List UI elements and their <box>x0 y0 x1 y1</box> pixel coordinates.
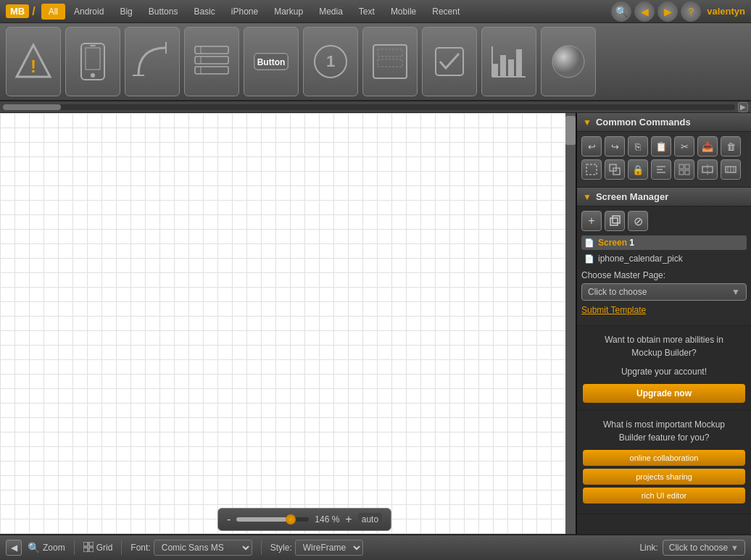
add-screen-btn[interactable]: + <box>581 211 602 231</box>
delete-screen-btn[interactable]: ⊘ <box>628 211 648 231</box>
cut-btn[interactable]: ✂ <box>674 136 694 156</box>
style-select[interactable]: WireFrame Sketch Color <box>295 540 363 556</box>
group1-btn[interactable] <box>581 159 602 180</box>
tab-text[interactable]: Text <box>352 4 382 20</box>
zoom-slider-thumb[interactable] <box>286 514 296 525</box>
undo-btn[interactable]: ↩ <box>581 136 602 156</box>
screen-item-2[interactable]: 📄 iphone_calendar_pick <box>581 251 747 266</box>
screen-manager-header[interactable]: ▼ Screen Manager <box>577 188 751 206</box>
component-list[interactable] <box>184 27 239 96</box>
component-phone[interactable] <box>65 27 120 96</box>
canvas-vscroll[interactable] <box>565 113 576 534</box>
canvas-area[interactable] <box>0 113 565 534</box>
screen-name-1: Screen 1 <box>598 238 634 248</box>
svg-rect-39 <box>685 170 689 175</box>
component-checkbox[interactable] <box>422 27 477 96</box>
rich-ui-editor-btn[interactable]: rich UI editor <box>583 488 745 503</box>
svg-rect-46 <box>610 218 618 225</box>
component-chart[interactable] <box>481 27 536 96</box>
copy-btn[interactable]: ⎘ <box>628 136 648 156</box>
component-corner[interactable] <box>125 27 180 96</box>
choose-master-text: Click to choose <box>588 287 731 297</box>
svg-text:Button: Button <box>257 57 286 67</box>
link-dropdown[interactable]: Click to choose ▼ <box>663 540 745 556</box>
tab-iphone[interactable]: iPhone <box>224 4 265 20</box>
hscroll-track <box>3 104 735 110</box>
projects-sharing-btn[interactable]: projects sharing <box>583 469 745 485</box>
tab-big[interactable]: Big <box>112 4 139 20</box>
search-icon-btn[interactable]: 🔍 <box>611 1 631 22</box>
align-left-btn[interactable] <box>651 159 671 180</box>
svg-rect-8 <box>195 46 228 54</box>
svg-rect-38 <box>679 170 684 175</box>
paste-btn[interactable]: 📋 <box>651 136 671 156</box>
tab-android[interactable]: Android <box>67 4 111 20</box>
delete-btn[interactable]: 🗑 <box>721 136 741 156</box>
svg-rect-47 <box>613 216 620 223</box>
link-label: Link: <box>639 543 657 553</box>
screen-item-1[interactable]: 📄 Screen 1 <box>581 235 747 250</box>
tab-all[interactable]: All <box>41 4 65 20</box>
zoom-auto-btn[interactable]: auto <box>358 513 382 526</box>
tab-recent[interactable]: Recent <box>425 4 467 20</box>
resize-btn[interactable] <box>721 159 741 180</box>
svg-rect-10 <box>195 67 228 74</box>
online-collaboration-btn[interactable]: online collaboration <box>583 450 745 466</box>
grid-label: Grid <box>96 543 113 553</box>
distribute-btn[interactable] <box>697 159 718 180</box>
component-toolbar: ! <box>0 23 751 101</box>
choose-master-dropdown[interactable]: Click to choose ▼ <box>581 283 747 301</box>
submit-template-link[interactable]: Submit Template <box>581 305 747 315</box>
svg-rect-26 <box>516 49 522 77</box>
link-section: Link: Click to choose ▼ <box>639 540 745 556</box>
zoom-plus-btn[interactable]: + <box>345 513 352 526</box>
svg-rect-51 <box>89 548 94 552</box>
component-sphere[interactable] <box>541 27 596 96</box>
zoom-percent: 146 % <box>315 514 339 525</box>
tab-markup[interactable]: Markup <box>267 4 310 20</box>
sidebar: ▼ Common Commands ↩ ↪ ⎘ 📋 ✂ 📥 🗑 🔒 <box>576 113 751 534</box>
back-icon-btn[interactable]: ◀ <box>634 1 655 22</box>
upgrade-now-btn[interactable]: Upgrade now <box>583 384 745 403</box>
hscroll-right-btn[interactable]: ▶ <box>738 102 748 112</box>
svg-rect-19 <box>373 45 407 78</box>
panel-toggle-btn[interactable]: ◀ <box>6 540 22 556</box>
svg-rect-37 <box>685 164 689 169</box>
tab-nav: All Android Big Buttons Basic iPhone Mar… <box>41 4 468 20</box>
font-select[interactable]: Comic Sans MS Arial Times New Roman <box>154 540 252 556</box>
upgrade-text1: Want to obtain more abilities in Mockup … <box>583 333 745 359</box>
lock-btn[interactable]: 🔒 <box>628 159 648 180</box>
component-badge[interactable]: 1 <box>303 27 358 96</box>
redo-btn[interactable]: ↪ <box>605 136 625 156</box>
forward-icon-btn[interactable]: ▶ <box>657 1 678 22</box>
zoom-icon: 🔍 <box>28 542 40 553</box>
screen-manager-content: + ⊘ 📄 Screen 1 📄 iphone_calendar_pick Ch… <box>577 206 751 326</box>
align-center-btn[interactable] <box>674 159 694 180</box>
svg-rect-50 <box>83 548 88 552</box>
common-commands-header[interactable]: ▼ Common Commands <box>577 113 751 132</box>
svg-rect-5 <box>90 45 96 46</box>
tab-buttons[interactable]: Buttons <box>141 4 186 20</box>
component-warning[interactable]: ! <box>6 27 61 96</box>
upgrade-text2: Upgrate your account! <box>583 365 745 378</box>
tab-mobile[interactable]: Mobile <box>383 4 423 20</box>
grid-section: Grid <box>83 542 113 554</box>
import-btn[interactable]: 📥 <box>697 136 718 156</box>
canvas-vscroll-thumb[interactable] <box>565 116 576 145</box>
choose-master-arrow: ▼ <box>731 287 740 297</box>
zoom-minus-btn[interactable]: - <box>227 513 231 526</box>
svg-rect-30 <box>586 164 597 175</box>
group2-btn[interactable] <box>605 159 625 180</box>
hscroll-thumb[interactable] <box>3 104 61 110</box>
tab-basic[interactable]: Basic <box>186 4 222 20</box>
zoom-slider-track[interactable] <box>236 517 309 522</box>
help-icon-btn[interactable]: ? <box>681 1 701 22</box>
bottom-bar: ◀ 🔍 Zoom Grid Font: Comic Sans MS Arial … <box>0 534 751 560</box>
tab-media[interactable]: Media <box>312 4 350 20</box>
horizontal-scrollbar[interactable]: ▶ <box>0 101 751 113</box>
component-container[interactable] <box>362 27 418 96</box>
zoom-section: 🔍 Zoom <box>28 542 65 553</box>
component-button[interactable]: Button <box>244 27 299 96</box>
screen-icon-2: 📄 <box>584 254 594 264</box>
duplicate-screen-btn[interactable] <box>605 211 625 231</box>
